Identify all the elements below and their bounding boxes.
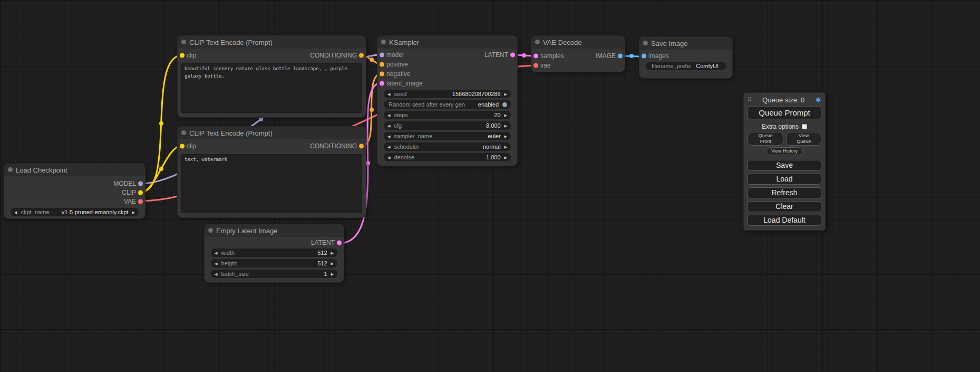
node-title-bar[interactable]: CLIP Text Encode (Prompt) — [178, 127, 366, 139]
input-dot-vae[interactable] — [533, 63, 538, 68]
save-button[interactable]: Save — [748, 160, 821, 171]
node-empty-latent-image[interactable]: Empty Latent Image LATENT ◀ width 512 ▶ … — [205, 224, 344, 282]
positive-prompt-textarea[interactable]: beautiful scenery nature glass bottle la… — [181, 63, 362, 113]
collapse-dot-icon[interactable] — [208, 228, 213, 233]
input-slot-model[interactable]: model — [377, 50, 404, 60]
right-arrow-icon[interactable]: ▶ — [504, 156, 507, 159]
input-slot-clip[interactable]: clip — [178, 141, 196, 151]
load-default-button[interactable]: Load Default — [748, 215, 821, 226]
node-clip-text-encode-positive[interactable]: CLIP Text Encode (Prompt) clip CONDITION… — [178, 36, 366, 117]
settings-gear-icon[interactable]: ✱ — [816, 97, 821, 103]
right-arrow-icon[interactable]: ▶ — [504, 113, 507, 117]
output-dot-conditioning[interactable] — [359, 53, 364, 58]
input-slot-samples[interactable]: samples — [531, 51, 564, 61]
widget-random-seed-toggle[interactable]: Random seed after every gen enabled — [384, 100, 511, 109]
right-arrow-icon[interactable]: ▶ — [331, 272, 334, 276]
node-title-bar[interactable]: CLIP Text Encode (Prompt) — [178, 36, 366, 49]
input-dot-clip[interactable] — [180, 53, 185, 58]
node-title-bar[interactable]: Save Image — [639, 37, 732, 50]
output-slot-conditioning[interactable]: CONDITIONING — [310, 141, 366, 151]
collapse-dot-icon[interactable] — [535, 40, 540, 44]
widget-height[interactable]: ◀ height 512 ▶ — [211, 259, 337, 268]
output-slot-vae[interactable]: VAE — [124, 197, 145, 206]
output-dot-latent[interactable] — [510, 53, 515, 58]
input-dot-model[interactable] — [380, 53, 384, 58]
widget-steps[interactable]: ◀ steps 20 ▶ — [384, 111, 511, 119]
output-slot-model[interactable]: MODEL — [113, 179, 145, 188]
output-dot-conditioning[interactable] — [359, 144, 364, 149]
collapse-dot-icon[interactable] — [381, 40, 386, 44]
input-dot-clip[interactable] — [180, 144, 185, 149]
left-arrow-icon[interactable]: ◀ — [215, 251, 217, 255]
right-arrow-icon[interactable]: ▶ — [132, 211, 135, 214]
collapse-dot-icon[interactable] — [181, 130, 186, 135]
widget-filename-prefix[interactable]: filename_prefix ComfyUI — [646, 62, 726, 70]
input-slot-latent-image[interactable]: latent_image — [377, 79, 517, 88]
widget-scheduler[interactable]: ◀ scheduler normal ▶ — [384, 142, 511, 151]
input-dot-images[interactable] — [642, 54, 646, 59]
refresh-button[interactable]: Refresh — [748, 187, 821, 198]
node-save-image[interactable]: Save Image images filename_prefix ComfyU… — [639, 37, 732, 78]
right-arrow-icon[interactable]: ▶ — [504, 124, 507, 128]
node-title-bar[interactable]: Load Checkpoint — [4, 164, 145, 176]
input-dot-positive[interactable] — [380, 62, 384, 67]
node-graph-canvas[interactable]: Load Checkpoint MODEL CLIP VAE — [0, 0, 980, 372]
collapse-dot-icon[interactable] — [8, 167, 13, 172]
node-ksampler[interactable]: KSampler model LATENT positive negative — [377, 36, 517, 166]
output-slot-clip[interactable]: CLIP — [122, 188, 145, 197]
node-title-bar[interactable]: KSampler — [377, 36, 517, 49]
queue-front-button[interactable]: Queue Front — [748, 132, 783, 146]
view-history-button[interactable]: View History — [766, 147, 803, 155]
input-dot-latent-image[interactable] — [380, 81, 384, 86]
input-dot-negative[interactable] — [380, 72, 384, 77]
node-title-bar[interactable]: Empty Latent Image — [205, 224, 344, 237]
node-clip-text-encode-negative[interactable]: CLIP Text Encode (Prompt) clip CONDITION… — [178, 127, 366, 217]
drag-handle-icon[interactable]: ⠿ — [748, 97, 751, 102]
right-arrow-icon[interactable]: ▶ — [504, 145, 507, 149]
left-arrow-icon[interactable]: ◀ — [387, 92, 390, 96]
left-arrow-icon[interactable]: ◀ — [387, 156, 390, 159]
input-slot-images[interactable]: images — [639, 51, 732, 61]
input-slot-positive[interactable]: positive — [377, 60, 517, 69]
widget-width[interactable]: ◀ width 512 ▶ — [211, 249, 337, 257]
collapse-dot-icon[interactable] — [181, 40, 186, 44]
left-arrow-icon[interactable]: ◀ — [387, 124, 390, 128]
output-dot-latent[interactable] — [337, 241, 342, 245]
widget-batch-size[interactable]: ◀ batch_size 1 ▶ — [211, 270, 337, 278]
left-arrow-icon[interactable]: ◀ — [387, 113, 390, 117]
left-arrow-icon[interactable]: ◀ — [387, 135, 390, 138]
widget-sampler-name[interactable]: ◀ sampler_name euler ▶ — [384, 132, 511, 140]
load-button[interactable]: Load — [748, 174, 821, 185]
right-arrow-icon[interactable]: ▶ — [331, 262, 334, 265]
output-dot-vae[interactable] — [138, 199, 143, 204]
input-slot-clip[interactable]: clip — [178, 51, 196, 60]
widget-denoise[interactable]: ◀ denoise 1.000 ▶ — [384, 153, 511, 161]
output-dot-clip[interactable] — [138, 190, 143, 195]
left-arrow-icon[interactable]: ◀ — [215, 262, 217, 265]
left-arrow-icon[interactable]: ◀ — [387, 145, 390, 149]
widget-seed[interactable]: ◀ seed 156680208700286 ▶ — [384, 90, 511, 98]
right-arrow-icon[interactable]: ▶ — [504, 135, 507, 138]
input-slot-vae[interactable]: vae — [531, 61, 625, 70]
queue-prompt-button[interactable]: Queue Prompt — [748, 107, 821, 119]
negative-prompt-textarea[interactable]: text, watermark — [181, 154, 362, 213]
left-arrow-icon[interactable]: ◀ — [215, 272, 217, 276]
output-dot-model[interactable] — [138, 181, 143, 186]
view-queue-button[interactable]: View Queue — [786, 132, 821, 146]
output-dot-image[interactable] — [618, 54, 623, 59]
right-arrow-icon[interactable]: ▶ — [331, 251, 334, 255]
widget-ckpt-name[interactable]: ◀ ckpt_name v1-5-pruned-emaonly.ckpt ▶ — [11, 208, 139, 216]
clear-button[interactable]: Clear — [748, 201, 821, 212]
collapse-dot-icon[interactable] — [643, 41, 648, 45]
toggle-knob-icon[interactable] — [502, 102, 507, 107]
widget-cfg[interactable]: ◀ cfg 8.000 ▶ — [384, 121, 511, 130]
output-slot-latent[interactable]: LATENT — [484, 50, 517, 60]
extra-options-checkbox[interactable] — [802, 124, 807, 129]
output-slot-latent[interactable]: LATENT — [311, 238, 344, 247]
node-vae-decode[interactable]: VAE Decode samples IMAGE vae — [531, 36, 625, 72]
output-slot-conditioning[interactable]: CONDITIONING — [310, 51, 366, 60]
node-title-bar[interactable]: VAE Decode — [531, 36, 625, 49]
input-slot-negative[interactable]: negative — [377, 69, 517, 79]
output-slot-image[interactable]: IMAGE — [595, 51, 625, 61]
input-dot-samples[interactable] — [533, 54, 538, 59]
